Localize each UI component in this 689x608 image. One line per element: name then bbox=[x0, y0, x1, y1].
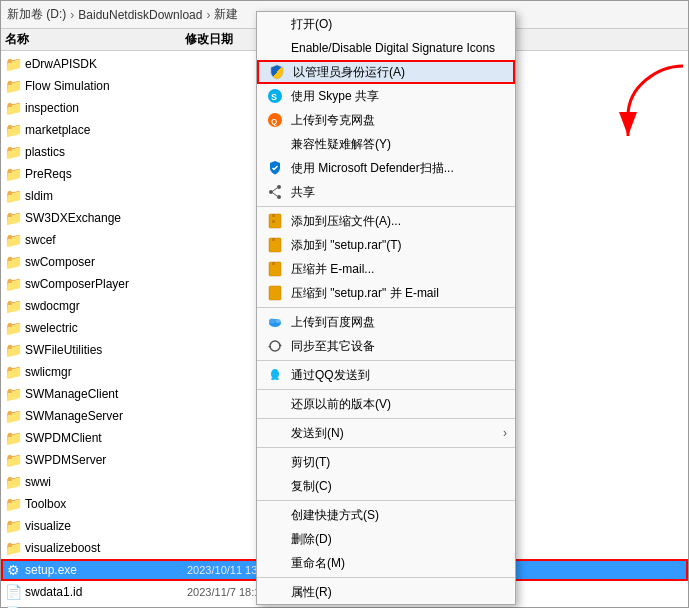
breadcrumb-part-1[interactable]: 新加卷 (D:) bbox=[7, 6, 66, 23]
menu-separator bbox=[257, 360, 515, 361]
exe-icon: ⚙ bbox=[5, 562, 21, 578]
file-name: swComposer bbox=[25, 255, 187, 269]
menu-item-shortcut[interactable]: 创建快捷方式(S) bbox=[257, 503, 515, 527]
menu-separator bbox=[257, 418, 515, 419]
file-name: swlicmgr bbox=[25, 365, 187, 379]
svg-marker-23 bbox=[268, 346, 271, 349]
file-name: SW3DXExchange bbox=[25, 211, 187, 225]
file-name: swdocmgr bbox=[25, 299, 187, 313]
file-name: SWPDMClient bbox=[25, 431, 187, 445]
svg-point-25 bbox=[271, 378, 275, 380]
svg-point-5 bbox=[269, 190, 273, 194]
menu-item-qq[interactable]: 通过QQ发送到 bbox=[257, 363, 515, 387]
file-name: SWFileUtilities bbox=[25, 343, 187, 357]
file-name: Flow Simulation bbox=[25, 79, 187, 93]
share-icon bbox=[265, 182, 285, 202]
folder-icon: 📁 bbox=[5, 232, 21, 248]
menu-item-add-archive[interactable]: 添加到压缩文件(A)... bbox=[257, 209, 515, 233]
none-icon bbox=[265, 134, 285, 154]
folder-icon: 📁 bbox=[5, 496, 21, 512]
menu-label: 压缩到 "setup.rar" 并 E-mail bbox=[291, 285, 507, 302]
svg-rect-10 bbox=[272, 214, 275, 217]
menu-item-delete[interactable]: 删除(D) bbox=[257, 527, 515, 551]
breadcrumb-part-3[interactable]: 新建 bbox=[214, 6, 238, 23]
breadcrumb-part-2[interactable]: BaiduNetdiskDownload bbox=[78, 8, 202, 22]
file-name: SWManageClient bbox=[25, 387, 187, 401]
menu-item-copy[interactable]: 复制(C) bbox=[257, 474, 515, 498]
menu-label: 还原以前的版本(V) bbox=[291, 396, 507, 413]
folder-icon: 📁 bbox=[5, 144, 21, 160]
menu-separator bbox=[257, 206, 515, 207]
file-name: swcef bbox=[25, 233, 187, 247]
zip-email-icon bbox=[265, 259, 285, 279]
menu-item-zip-email[interactable]: 压缩并 E-mail... bbox=[257, 257, 515, 281]
menu-item-restore[interactable]: 还原以前的版本(V) bbox=[257, 392, 515, 416]
explorer-window: 新加卷 (D:) › BaiduNetdiskDownload › 新建 名称 … bbox=[0, 0, 689, 608]
menu-label: 使用 Skype 共享 bbox=[291, 88, 507, 105]
menu-item-baidu[interactable]: 上传到百度网盘 bbox=[257, 310, 515, 334]
menu-label: 共享 bbox=[291, 184, 507, 201]
skype-icon: S bbox=[265, 86, 285, 106]
folder-icon: 📁 bbox=[5, 210, 21, 226]
menu-label: 打开(O) bbox=[291, 16, 507, 33]
menu-item-share[interactable]: 共享 bbox=[257, 180, 515, 204]
menu-label: 添加到 "setup.rar"(T) bbox=[291, 237, 507, 254]
none-icon bbox=[265, 476, 285, 496]
menu-label: 压缩并 E-mail... bbox=[291, 261, 507, 278]
file-name: swComposerPlayer bbox=[25, 277, 187, 291]
menu-item-cut[interactable]: 剪切(T) bbox=[257, 450, 515, 474]
menu-label: 复制(C) bbox=[291, 478, 507, 495]
folder-icon: 📁 bbox=[5, 430, 21, 446]
menu-item-defender[interactable]: 使用 Microsoft Defender扫描... bbox=[257, 156, 515, 180]
file-name: inspection bbox=[25, 101, 187, 115]
menu-item-quark[interactable]: Q 上传到夸克网盘 bbox=[257, 108, 515, 132]
sync-icon bbox=[265, 336, 285, 356]
svg-line-8 bbox=[273, 193, 277, 196]
none-icon bbox=[265, 14, 285, 34]
zip-icon bbox=[265, 211, 285, 231]
folder-icon: 📁 bbox=[5, 122, 21, 138]
file-name: visualizeboost bbox=[25, 541, 187, 555]
file-name: visualize bbox=[25, 519, 187, 533]
menu-separator bbox=[257, 389, 515, 390]
menu-item-digital-sig[interactable]: Enable/Disable Digital Signature Icons bbox=[257, 36, 515, 60]
menu-item-zip-rar-email[interactable]: 压缩到 "setup.rar" 并 E-mail bbox=[257, 281, 515, 305]
menu-item-sync[interactable]: 同步至其它设备 bbox=[257, 334, 515, 358]
svg-rect-17 bbox=[272, 262, 275, 265]
zip-icon bbox=[265, 283, 285, 303]
none-icon bbox=[265, 505, 285, 525]
zip-icon bbox=[265, 235, 285, 255]
menu-separator bbox=[257, 577, 515, 578]
menu-item-compat[interactable]: 兼容性疑难解答(Y) bbox=[257, 132, 515, 156]
menu-item-rename[interactable]: 重命名(M) bbox=[257, 551, 515, 575]
menu-label: 重命名(M) bbox=[291, 555, 507, 572]
file-name: sldim bbox=[25, 189, 187, 203]
folder-icon: 📁 bbox=[5, 518, 21, 534]
svg-text:S: S bbox=[271, 92, 277, 102]
id-icon: 📄 bbox=[5, 584, 21, 600]
none-icon bbox=[265, 529, 285, 549]
file-name: swelectric bbox=[25, 321, 187, 335]
svg-rect-15 bbox=[272, 241, 275, 244]
none-icon bbox=[265, 582, 285, 602]
none-icon bbox=[265, 452, 285, 472]
menu-item-open[interactable]: 打开(O) bbox=[257, 12, 515, 36]
menu-label: 添加到压缩文件(A)... bbox=[291, 213, 507, 230]
menu-item-properties[interactable]: 属性(R) bbox=[257, 580, 515, 604]
menu-item-skype[interactable]: S 使用 Skype 共享 bbox=[257, 84, 515, 108]
svg-point-6 bbox=[277, 195, 281, 199]
quark-icon: Q bbox=[265, 110, 285, 130]
file-name: PreReqs bbox=[25, 167, 187, 181]
folder-icon: 📁 bbox=[5, 540, 21, 556]
context-menu: 打开(O) Enable/Disable Digital Signature I… bbox=[256, 11, 516, 605]
menu-label: 上传到夸克网盘 bbox=[291, 112, 507, 129]
svg-point-26 bbox=[275, 378, 279, 380]
menu-item-send-to[interactable]: 发送到(N) › bbox=[257, 421, 515, 445]
menu-item-run-as-admin[interactable]: 以管理员身份运行(A) bbox=[257, 60, 515, 84]
menu-item-add-rar[interactable]: 添加到 "setup.rar"(T) bbox=[257, 233, 515, 257]
menu-separator bbox=[257, 447, 515, 448]
column-header-name[interactable]: 名称 bbox=[5, 31, 185, 48]
chevron-right-icon: › bbox=[503, 426, 507, 440]
separator-2: › bbox=[206, 8, 210, 22]
file-name: eDrwAPISDK bbox=[25, 57, 187, 71]
